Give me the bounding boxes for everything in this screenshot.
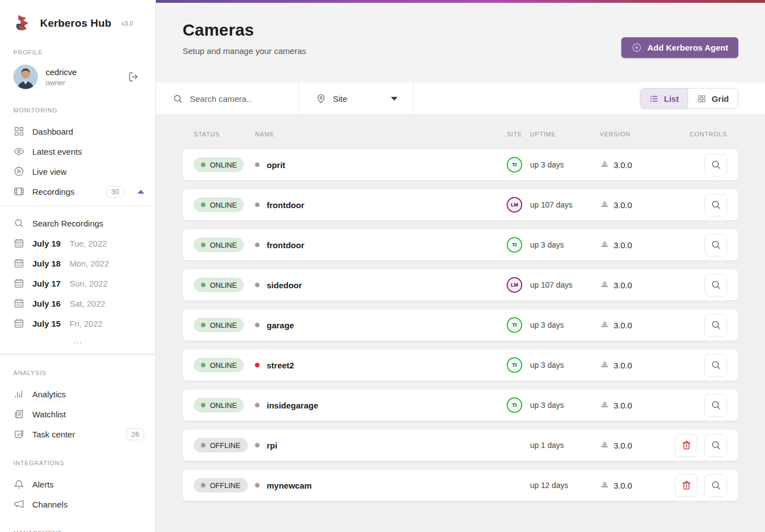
sidebar-item-live-view[interactable]: Live view: [0, 161, 155, 181]
view-camera-button[interactable]: [704, 154, 727, 176]
status-badge: OFFLINE: [194, 438, 248, 452]
column-header-name: NAME: [255, 131, 499, 137]
search-camera-input[interactable]: [190, 94, 286, 104]
recording-date-item[interactable]: July 19 Tue, 2022: [0, 233, 155, 253]
version-icon: [600, 240, 610, 250]
status-dot: [201, 443, 205, 447]
view-camera-button[interactable]: [704, 354, 727, 377]
management-section-label: MANAGEMENT: [0, 530, 155, 532]
site-badge: TI: [507, 357, 522, 373]
recordings-submenu: Search Recordings July 19 Tue, 2022 July…: [0, 206, 155, 354]
version-value: 3.0.0: [614, 401, 632, 410]
sidebar-item-latest-events[interactable]: Latest events: [0, 141, 155, 161]
view-camera-button[interactable]: [704, 474, 727, 497]
uptime-value: up 12 days: [530, 481, 600, 490]
trash-icon: [681, 480, 692, 491]
status-dot: [201, 483, 205, 487]
recording-date-item[interactable]: July 15 Fri, 2022: [0, 313, 155, 333]
sidebar-item-channels[interactable]: Channels: [0, 494, 155, 514]
recording-date-item[interactable]: July 16 Sat, 2022: [0, 293, 155, 313]
camera-name: street2: [267, 361, 294, 370]
task-check-icon: [13, 428, 24, 440]
search-icon: [710, 279, 722, 290]
monitoring-section-label: MONITORING: [0, 107, 155, 114]
trash-icon: [681, 440, 692, 451]
list-view-button[interactable]: List: [640, 88, 688, 109]
sidebar-item-analytics[interactable]: Analytics: [0, 384, 155, 404]
recording-dot: [255, 363, 259, 367]
table-row: ONLINE oprit TI up 3 days 3.0.0: [183, 149, 738, 180]
camera-name: sidedoor: [267, 280, 302, 290]
view-camera-button[interactable]: [704, 234, 727, 257]
chevron-down-icon: [391, 97, 398, 101]
site-dropdown-label: Site: [333, 94, 384, 104]
status-dot: [201, 243, 205, 247]
status-dot: [201, 162, 205, 167]
sidebar-item-task-center[interactable]: Task center 26: [0, 424, 155, 444]
delete-camera-button[interactable]: [675, 434, 698, 457]
status-dot: [201, 363, 205, 367]
calendar-icon: [13, 298, 24, 309]
search-icon: [173, 93, 183, 104]
search-icon: [710, 480, 722, 491]
delete-camera-button[interactable]: [675, 474, 698, 497]
sidebar-item-recordings[interactable]: Recordings 30: [0, 181, 155, 201]
monitoring-menu: Dashboard Latest events Live view Record…: [0, 121, 155, 201]
status-badge: ONLINE: [194, 318, 244, 332]
page-title: Cameras: [183, 21, 306, 40]
site-badge: TI: [507, 317, 522, 333]
more-dates-button[interactable]: ...: [0, 333, 155, 350]
search-recordings-item[interactable]: Search Recordings: [0, 213, 155, 233]
table-row: ONLINE garage TI up 3 days 3.0.0: [183, 309, 738, 341]
profile-section-label: PROFILE: [0, 49, 155, 56]
view-camera-button[interactable]: [704, 274, 727, 297]
profile-role: owner: [46, 78, 125, 87]
table-row: OFFLINE rpi up 1 days 3.0.0: [183, 430, 738, 461]
page-subtitle: Setup and manage your cameras: [183, 46, 306, 56]
camera-dot: [255, 483, 259, 487]
uptime-value: up 3 days: [530, 240, 600, 249]
recording-date-item[interactable]: July 17 Sun, 2022: [0, 273, 155, 293]
sidebar: Kerberos Hub v3.0 PROFILE cedricve owner…: [0, 0, 156, 532]
kerberos-logo-icon: [13, 13, 33, 33]
sidebar-item-watchlist[interactable]: Watchlist: [0, 404, 155, 424]
app-window: Kerberos Hub v3.0 PROFILE cedricve owner…: [0, 0, 765, 532]
logout-button[interactable]: [125, 68, 142, 85]
filter-bar: Site List Grid: [156, 82, 765, 115]
camera-dot: [255, 323, 259, 327]
camera-dot: [255, 203, 259, 207]
version-value: 3.0.0: [614, 441, 632, 450]
version-value: 3.0.0: [614, 481, 632, 490]
uptime-value: up 1 days: [530, 441, 600, 450]
site-dropdown[interactable]: Site: [299, 82, 414, 115]
plus-circle-icon: [631, 42, 642, 53]
view-camera-button[interactable]: [704, 314, 727, 337]
camera-name: frontdoor: [267, 200, 304, 210]
camera-dot: [255, 162, 259, 167]
version-value: 3.0.0: [614, 280, 632, 290]
view-camera-button[interactable]: [704, 194, 727, 216]
status-badge: ONLINE: [194, 398, 244, 412]
search-icon: [710, 359, 722, 371]
uptime-value: up 3 days: [530, 321, 600, 329]
sidebar-item-alerts[interactable]: Alerts: [0, 474, 155, 494]
view-camera-button[interactable]: [704, 394, 727, 417]
table-row: ONLINE frontdoor TI up 3 days 3.0.0: [183, 229, 738, 260]
view-camera-button[interactable]: [704, 434, 727, 457]
grid-view-button[interactable]: Grid: [688, 88, 738, 109]
grid-icon: [697, 94, 707, 104]
recording-date-item[interactable]: July 18 Mon, 2022: [0, 253, 155, 273]
search-icon: [13, 218, 24, 229]
site-badge: TI: [507, 397, 522, 413]
search-icon: [710, 199, 722, 210]
version-value: 3.0.0: [614, 321, 632, 330]
add-kerberos-agent-button[interactable]: Add Kerberos Agent: [621, 37, 738, 58]
camera-name: insidegarage: [267, 401, 318, 410]
watchlist-icon: [13, 408, 24, 420]
status-badge: OFFLINE: [194, 478, 248, 492]
list-icon: [649, 94, 659, 104]
sidebar-item-dashboard[interactable]: Dashboard: [0, 121, 155, 141]
avatar: [13, 65, 38, 89]
search-icon: [710, 159, 722, 170]
integrations-menu: Alerts Channels: [0, 474, 155, 514]
